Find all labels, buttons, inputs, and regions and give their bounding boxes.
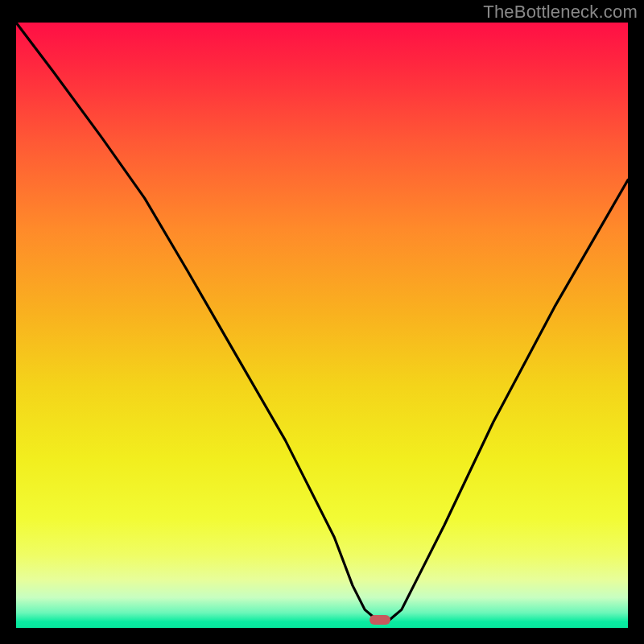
curve-path bbox=[16, 23, 628, 620]
chart-frame: TheBottleneck.com bbox=[0, 0, 644, 644]
watermark-text: TheBottleneck.com bbox=[483, 2, 638, 23]
optimum-marker bbox=[369, 615, 390, 625]
bottleneck-curve bbox=[16, 23, 628, 628]
plot-area bbox=[16, 23, 628, 628]
